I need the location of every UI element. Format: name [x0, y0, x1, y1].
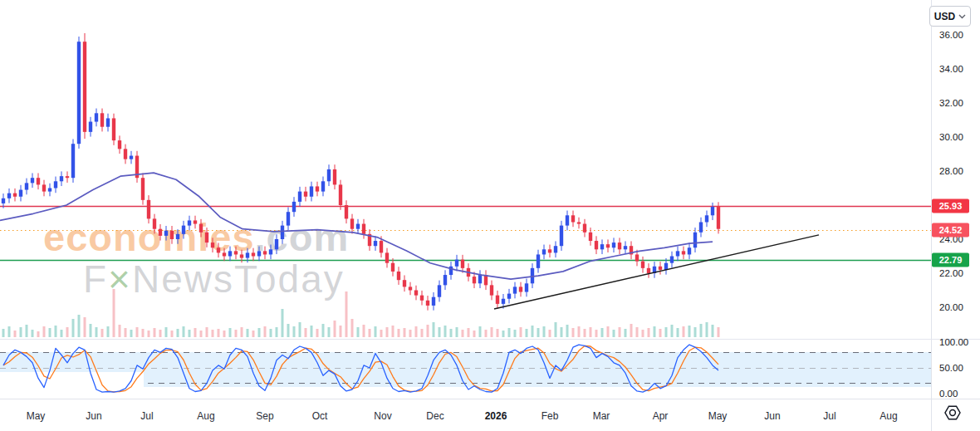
chart-window: economies.com F×NewsToday 36.0034.0032.0… — [0, 0, 980, 431]
price-tick-label: 30.00 — [939, 132, 963, 142]
time-axis-separator — [0, 399, 980, 399]
chevron-down-icon — [958, 14, 966, 19]
price-tick-label: 20.00 — [939, 302, 963, 312]
indicator-tick-label: 50.00 — [939, 363, 963, 373]
trendline — [494, 235, 819, 309]
currency-dropdown[interactable]: USD — [929, 6, 971, 27]
chart-canvas[interactable] — [0, 0, 931, 431]
pane-separator[interactable] — [0, 339, 980, 340]
time-axis-label: Jul — [823, 410, 835, 422]
time-axis-label: Jun — [764, 410, 780, 422]
time-axis-label: Aug — [197, 410, 214, 422]
time-axis-label: Jul — [140, 410, 153, 422]
exchange-logo-icon[interactable] — [943, 404, 962, 421]
price-tick-label: 32.00 — [939, 98, 963, 108]
price-axis-separator — [931, 0, 932, 431]
candles-layer — [2, 33, 720, 311]
price-tick-label: 28.00 — [939, 166, 963, 176]
price-line-badge: 24.52 — [932, 223, 969, 238]
price-tick-label: 22.00 — [939, 268, 963, 278]
price-tick-label: 34.00 — [939, 64, 963, 74]
stochastic-band — [0, 352, 931, 387]
time-axis-label: Sep — [256, 410, 273, 422]
indicator-tick-label: 0.00 — [939, 389, 958, 399]
time-axis-label: 2026 — [485, 410, 507, 422]
time-axis-label: Dec — [426, 410, 443, 422]
price-tick-label: 36.00 — [939, 30, 963, 40]
time-axis-label: Nov — [374, 410, 391, 422]
time-axis-label: Aug — [880, 410, 897, 422]
volume-layer — [2, 289, 720, 337]
time-axis-label: Apr — [653, 410, 669, 422]
price-level-lines — [0, 207, 931, 261]
time-axis-label: Feb — [541, 410, 559, 422]
time-axis-label: Oct — [312, 410, 328, 422]
time-axis-label: Mar — [593, 410, 610, 422]
price-line-badge: 25.93 — [932, 199, 969, 213]
time-axis-label: Jun — [86, 410, 101, 422]
time-axis-label: May — [27, 410, 46, 422]
currency-label: USD — [934, 11, 955, 22]
indicator-tick-label: 100.00 — [939, 337, 968, 347]
time-axis-label: May — [708, 410, 728, 422]
price-line-badge: 22.79 — [932, 253, 969, 267]
